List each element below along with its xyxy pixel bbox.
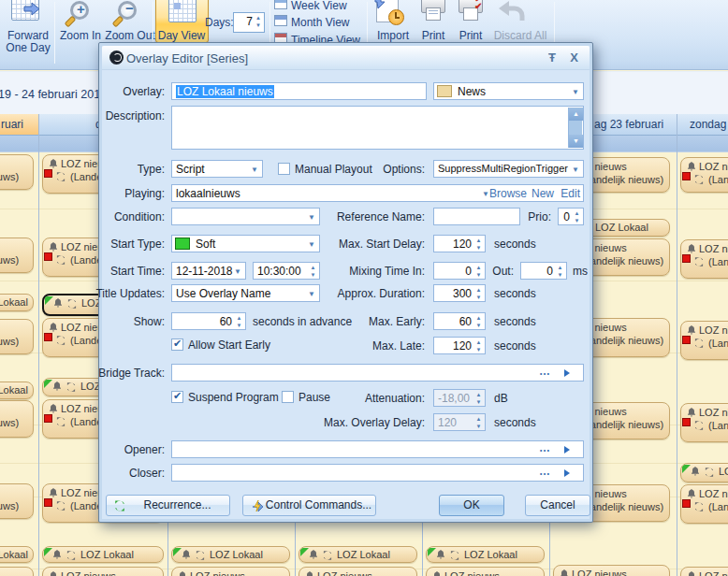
ok-button[interactable]: OK (439, 495, 504, 516)
zoom-out-button[interactable]: Zoom Out (105, 29, 154, 42)
alert-marker (682, 336, 691, 344)
dialog-titlebar[interactable]: Overlay Editor [Series] Ŧ X (102, 46, 590, 70)
calendar-event[interactable]: LOZ nieuws(Landelijk nieuws) (42, 567, 164, 576)
closer-browse-dots[interactable]: … (539, 465, 551, 478)
calendar-event[interactable]: LOZ Lokaal (171, 546, 290, 563)
opener-browse-dots[interactable]: … (539, 441, 551, 454)
forward-one-day-button-line2[interactable]: One Day (6, 41, 50, 54)
calendar-event[interactable]: LOZ nieuws(Landelijk nieuws) (0, 238, 34, 273)
calendar-event[interactable]: LOZ nieuws(Landelijk nieuws) (680, 239, 728, 279)
calendar-event[interactable]: LOZ Lokaal (0, 294, 34, 311)
type-combo[interactable]: Script▼ (171, 160, 263, 178)
options-combo[interactable]: SuppressMultiRegionTrigger▼ (433, 160, 584, 178)
new-link[interactable]: New (531, 187, 554, 200)
recurrence-button[interactable]: Recurrence... (106, 495, 230, 516)
browse-link[interactable]: Browse (489, 187, 527, 200)
max-overlay-delay-spinner: 120 ▲▼ (433, 413, 486, 431)
calendar-event[interactable]: LOZ nieuws(Landelijk nieuws) (553, 565, 670, 576)
print2-button[interactable]: Print (459, 29, 483, 42)
calendar-event[interactable]: LOZ nieuws(Landelijk nieuws) (426, 567, 545, 576)
max-late-spinner[interactable]: 120 ▲▼ (433, 337, 486, 354)
reference-name-input[interactable] (433, 208, 520, 225)
calendar-event[interactable]: LOZ nieuws(Landelijk nieuws) (680, 157, 728, 193)
allow-start-early-checkbox[interactable] (171, 338, 183, 351)
category-color-swatch (437, 85, 452, 97)
dialog-title: Overlay Editor [Series] (126, 51, 248, 65)
day-view-label[interactable]: Day View (158, 29, 205, 42)
start-type-combo[interactable]: Soft▼ (171, 235, 320, 252)
calendar-event[interactable]: LOZ Lokaal (426, 546, 545, 563)
calendar-event[interactable]: LOZ Lokaal (0, 546, 34, 563)
closer-input[interactable]: … (171, 464, 584, 482)
max-early-spinner[interactable]: 60 ▲▼ (433, 312, 486, 330)
overlay-category-combo[interactable]: News ▼ (433, 82, 584, 100)
calendar-event[interactable]: LOZ nieuws(Landelijk nieuws) (171, 567, 290, 576)
calendar-event[interactable]: LOZ Lokaal (0, 382, 34, 399)
status-wedge (45, 296, 53, 305)
attenuation-label: Attenuation: (365, 392, 425, 405)
pin-help-icon[interactable]: Ŧ (548, 50, 556, 65)
week-view-button[interactable]: Week View (291, 0, 347, 12)
type-label: Type: (138, 163, 165, 176)
suspend-program-label: Suspend Program (188, 391, 279, 404)
calendar-event[interactable]: LOZ nieuws(Landelijk nieuws) (298, 567, 417, 576)
print-button[interactable]: Print (422, 29, 445, 42)
bridge-track-arrow-icon[interactable] (564, 369, 570, 377)
dialog-icon (109, 50, 124, 65)
forward-one-day-button[interactable]: Forward (7, 29, 49, 42)
show-spinner[interactable]: 60 ▲▼ (171, 312, 246, 330)
manual-playout-checkbox[interactable] (278, 163, 290, 175)
prio-label: Prio: (528, 210, 551, 223)
calendar-event[interactable]: LOZ Lokaal (42, 546, 164, 563)
opener-arrow-icon[interactable] (564, 446, 570, 454)
calendar-event[interactable]: LOZ nieuws(Landelijk nieuws) (680, 321, 728, 360)
month-view-button[interactable]: Month View (291, 16, 349, 29)
start-time-spinner[interactable]: 10:30:00 ▲▼ (253, 262, 320, 280)
closer-arrow-icon[interactable] (564, 469, 570, 477)
calendar-event[interactable]: LOZ Lokaal (680, 463, 728, 482)
approx-duration-spinner[interactable]: 300 ▲▼ (433, 284, 486, 302)
bridge-track-input[interactable]: … (171, 364, 584, 382)
out-spinner[interactable]: 0 ▲▼ (520, 262, 567, 280)
suspend-program-checkbox[interactable] (171, 391, 183, 403)
mixing-time-in-spinner[interactable]: 0 ▲▼ (433, 262, 486, 280)
playing-input[interactable]: lokaalnieuws ▼ Browse New Edit (171, 184, 584, 202)
description-textarea[interactable]: ▲▼ (171, 106, 584, 150)
overlay-input[interactable]: LOZ Lokaal nieuws (171, 82, 427, 100)
control-commands-icon (251, 499, 264, 512)
day-header-sunday[interactable]: zondag (677, 114, 728, 136)
start-date-combo[interactable]: 12-11-2018▼ (171, 262, 246, 280)
import-button[interactable]: Import (377, 29, 409, 42)
calendar-event[interactable]: LOZ nieuws(Landelijk nieuws) (0, 154, 34, 190)
calendar-event[interactable]: LOZ nieuws(Landelijk nieuws) (0, 319, 34, 354)
control-commands-button[interactable]: Control Commands... (242, 495, 376, 516)
description-scrollbar[interactable]: ▲▼ (568, 108, 582, 148)
zoom-in-button[interactable]: Zoom In (60, 29, 101, 42)
recurrence-icon (113, 499, 126, 512)
start-type-color-swatch (175, 238, 190, 250)
prio-spinner[interactable]: 0 ▲▼ (558, 208, 584, 225)
pause-checkbox[interactable] (282, 391, 294, 403)
edit-link[interactable]: Edit (561, 187, 580, 200)
opener-input[interactable]: … (171, 440, 584, 458)
close-icon[interactable]: X (570, 50, 578, 65)
title-updates-combo[interactable]: Use Overlay Name▼ (171, 284, 320, 302)
calendar-event[interactable]: LOZ nieuws(Landelijk nieuws) (0, 567, 34, 576)
cancel-button[interactable]: Cancel (525, 495, 590, 516)
calendar-event[interactable]: LOZ nieuws(Landelijk nieuws) (0, 400, 34, 438)
attenuation-unit: dB (494, 392, 508, 405)
condition-combo[interactable]: ▼ (171, 208, 320, 225)
calendar-event[interactable]: LOZ nieuws(Landelijk nieuws) (680, 403, 728, 442)
opener-label: Opener: (124, 443, 165, 456)
calendar-event[interactable]: LOZ Lokaal (298, 546, 417, 563)
day-header-monday[interactable]: ruari (0, 114, 38, 136)
out-label: Out: (492, 265, 514, 278)
calendar-event[interactable]: LOZ nieuws(Landelijk nieuws) (680, 484, 728, 524)
days-spinner[interactable]: 7 ▲▼ (233, 12, 265, 33)
max-start-delay-spinner[interactable]: 120 ▲▼ (433, 235, 486, 252)
calendar-event[interactable]: LOZ nieuws(Landelijk nieuws) (0, 483, 34, 519)
calendar-event[interactable]: LOZ nieuws(Landelijk nieuws) (680, 567, 728, 576)
bridge-track-browse-dots[interactable]: … (539, 365, 551, 378)
title-updates-label: Title Updates: (95, 287, 165, 300)
max-late-label: Max. Late: (372, 339, 425, 353)
